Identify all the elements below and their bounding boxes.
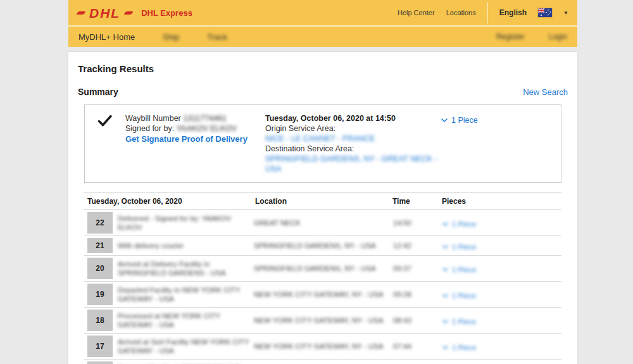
signed-by-value: YAAKOV ELKOV [176, 124, 237, 133]
checkpoint-number: 19 [87, 284, 113, 305]
row-pieces-label: 1 Piece [452, 344, 476, 351]
page-column: DHL DHL Express Help Center Locations En… [68, 0, 577, 364]
table-row: 19 Departed Facility in NEW YORK CITY GA… [84, 282, 561, 308]
language-dropdown-caret-icon[interactable]: ▼ [563, 10, 568, 16]
route-info: Tuesday, October 06, 2020 at 14:50 Origi… [265, 113, 441, 174]
login-button[interactable]: Login [549, 32, 567, 41]
checkpoint-time: 09:28 [393, 291, 442, 298]
help-center-link[interactable]: Help Center [398, 9, 435, 16]
content-card: Tracking Results Summary New Search Wayb… [68, 52, 577, 364]
nav-ship[interactable]: Ship [163, 32, 179, 42]
checkpoint-number: 22 [87, 212, 113, 234]
main-nav-bar: MyDHL+ Home Ship Track Register Login [68, 25, 577, 47]
checkpoint-location: NEW YORK CITY GATEWAY, NY - USA [254, 290, 393, 299]
summary-title: Summary [78, 87, 118, 97]
row-pieces-label: 1 Piece [452, 220, 476, 228]
top-header-bar: DHL DHL Express Help Center Locations En… [68, 0, 577, 25]
table-row-body: Departed Facility in NEW YORK CITY GATEW… [113, 282, 561, 307]
locations-link[interactable]: Locations [446, 9, 476, 16]
destination-label: Destination Service Area: [265, 144, 441, 154]
destination-value-link[interactable]: SPRINGFIELD GARDENS, NY - GREAT NECK - U… [265, 154, 441, 174]
summary-header-row: Summary New Search [78, 87, 568, 97]
chevron-down-icon [442, 222, 448, 226]
dhl-logo[interactable]: DHL [77, 6, 132, 20]
summary-pieces-label: 1 Piece [451, 115, 478, 125]
tracking-rows: 22 Delivered - Signed for by: YAAKOV ELK… [84, 210, 561, 364]
waybill-label: Waybill Number [125, 114, 181, 123]
delivered-checkmark-icon [92, 113, 125, 174]
delivery-datetime: Tuesday, October 06, 2020 at 14:50 [265, 113, 441, 123]
checkpoint-time: 07:44 [393, 342, 442, 350]
register-link[interactable]: Register [496, 32, 525, 41]
language-selector-label[interactable]: English [499, 8, 527, 17]
header-location: Location [255, 197, 392, 206]
waybill-info: Waybill Number 1311774461 Signed for by:… [125, 113, 265, 174]
table-row: 22 Delivered - Signed for by: YAAKOV ELK… [84, 210, 561, 236]
page-title: Tracking Results [78, 63, 568, 74]
top-utility-nav: Help Center Locations English [398, 2, 568, 23]
checkpoint-pieces: 1 Piece [442, 315, 561, 326]
signed-by-label: Signed for by: [125, 124, 174, 133]
waybill-number-value: 1311774461 [183, 114, 227, 123]
header-divider [487, 2, 488, 23]
checkpoint-number: 21 [87, 238, 113, 253]
signed-by-line: Signed for by: YAAKOV ELKOV [125, 123, 265, 134]
summary-pieces-toggle[interactable]: 1 Piece [441, 115, 478, 125]
checkpoint-pieces: 1 Piece [442, 217, 561, 229]
checkpoint-number: 17 [87, 336, 113, 357]
table-row: 21 With delivery courier SPRINGFIELD GAR… [84, 236, 561, 256]
checkpoint-number: 20 [87, 258, 113, 279]
checkpoint-location: NEW YORK CITY GATEWAY, NY - USA [254, 316, 393, 325]
tracking-table-header: Tuesday, October 06, 2020 Location Time … [84, 192, 561, 210]
row-pieces-toggle[interactable]: 1 Piece [442, 292, 476, 299]
row-pieces-toggle[interactable]: 1 Piece [442, 318, 476, 325]
row-pieces-label: 1 Piece [452, 243, 476, 251]
new-search-link[interactable]: New Search [523, 87, 568, 97]
nav-mydhl-home[interactable]: MyDHL+ Home [78, 32, 135, 42]
app-name: DHL Express [141, 8, 192, 18]
chevron-down-icon [442, 346, 448, 349]
checkpoint-number: 18 [87, 310, 113, 331]
checkpoint-pieces: 1 Piece [442, 263, 561, 274]
checkpoint-location: SPRINGFIELD GARDENS, NY - USA [254, 264, 393, 273]
header-pieces: Pieces [442, 197, 561, 206]
checkpoint-description: Arrived at Delivery Facility in SPRINGFI… [118, 260, 252, 277]
header-time: Time [392, 197, 442, 206]
signature-proof-link[interactable]: Get Signature Proof of Delivery [125, 134, 248, 144]
dhl-logo-dash-right [123, 11, 134, 15]
checkpoint-description: Processed at NEW YORK CITY GATEWAY - USA [118, 311, 252, 329]
chevron-down-icon [441, 118, 448, 122]
table-row: 18 Processed at NEW YORK CITY GATEWAY - … [84, 308, 561, 334]
chevron-down-icon [442, 320, 448, 323]
nav-track[interactable]: Track [207, 32, 227, 42]
checkpoint-description: Arrived at Sort Facility NEW YORK CITY G… [118, 337, 252, 355]
checkpoint-location: SPRINGFIELD GARDENS, NY - USA [254, 241, 393, 250]
table-row-body: With delivery courier SPRINGFIELD GARDEN… [113, 236, 561, 255]
table-row: 20 Arrived at Delivery Facility in SPRIN… [84, 256, 561, 282]
table-row-body: Arrived at Sort Facility NEW YORK CITY G… [113, 334, 561, 359]
checkpoint-description: With delivery courier [118, 241, 252, 250]
row-pieces-toggle[interactable]: 1 Piece [442, 220, 476, 228]
table-row: 17 Arrived at Sort Facility NEW YORK CIT… [84, 334, 561, 360]
checkpoint-description: Departed Facility in NEW YORK CITY GATEW… [118, 286, 252, 303]
chevron-down-icon [442, 294, 448, 298]
row-pieces-label: 1 Piece [452, 266, 476, 273]
checkpoint-description: Delivered - Signed for by: YAAKOV ELKOV [118, 214, 252, 232]
row-pieces-toggle[interactable]: 1 Piece [442, 344, 476, 351]
dhl-logo-text: DHL [89, 6, 120, 20]
row-pieces-toggle[interactable]: 1 Piece [442, 266, 476, 273]
origin-value-link[interactable]: NICE - LE CANNET - FRANCE [265, 134, 441, 144]
checkpoint-location: GREAT NECK [254, 218, 393, 227]
summary-pieces: 1 Piece [441, 113, 553, 174]
checkpoint-pieces: 1 Piece [442, 289, 561, 300]
chevron-down-icon [442, 268, 448, 272]
table-row-body: Departed Facility in CINCINNATI HUB - US… [113, 360, 561, 364]
dhl-logo-dash-left [76, 11, 86, 15]
header-date: Tuesday, October 06, 2020 [84, 197, 255, 206]
australia-flag-icon[interactable] [538, 8, 552, 17]
row-pieces-toggle[interactable]: 1 Piece [442, 243, 476, 251]
checkpoint-time: 08:43 [393, 317, 442, 324]
auth-nav: Register Login [496, 32, 567, 41]
chevron-down-icon [442, 245, 448, 249]
waybill-number-line: Waybill Number 1311774461 [125, 113, 265, 123]
